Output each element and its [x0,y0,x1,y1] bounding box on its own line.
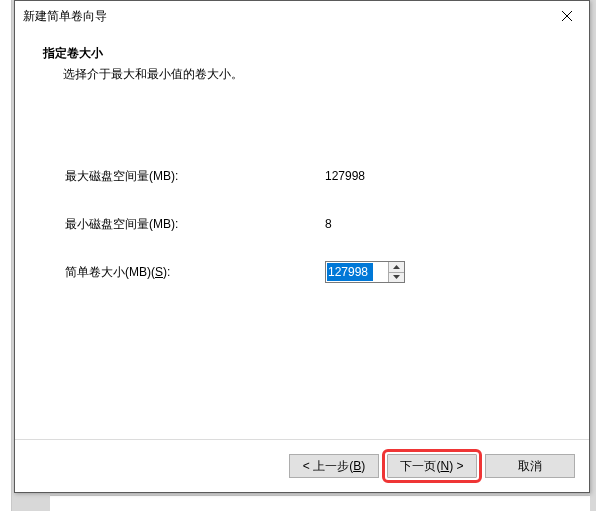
hotkey-n: N [440,459,449,473]
min-space-label: 最小磁盘空间量(MB): [65,216,325,233]
close-icon [562,11,572,21]
spinner-buttons [388,262,404,282]
min-space-value: 8 [325,217,539,231]
wizard-footer: < 上一步(B) 下一页(N) > 取消 [15,440,589,492]
wizard-heading: 指定卷大小 [43,45,561,62]
next-button[interactable]: 下一页(N) > [387,454,477,478]
max-space-value: 127998 [325,169,539,183]
spinner-down-button[interactable] [389,273,404,283]
hotkey-b: B [353,459,361,473]
max-space-row: 最大磁盘空间量(MB): 127998 [65,163,539,189]
volume-size-label: 简单卷大小(MB)(S): [65,264,325,281]
back-button[interactable]: < 上一步(B) [289,454,379,478]
volume-size-input[interactable]: 127998 [327,263,373,281]
svg-marker-2 [393,265,400,269]
wizard-dialog: 新建简单卷向导 指定卷大小 选择介于最大和最小值的卷大小。 最大磁盘空间量(MB… [14,0,590,493]
cancel-button[interactable]: 取消 [485,454,575,478]
volume-size-spinner[interactable]: 127998 [325,261,405,283]
svg-marker-3 [393,275,400,279]
chevron-down-icon [393,275,400,279]
max-space-label: 最大磁盘空间量(MB): [65,168,325,185]
wizard-content: 最大磁盘空间量(MB): 127998 最小磁盘空间量(MB): 8 简单卷大小… [15,103,589,439]
close-button[interactable] [545,1,589,31]
volume-size-row: 简单卷大小(MB)(S): 127998 [65,259,539,285]
min-space-row: 最小磁盘空间量(MB): 8 [65,211,539,237]
chevron-up-icon [393,265,400,269]
wizard-subtext: 选择介于最大和最小值的卷大小。 [43,66,561,83]
hotkey-s: S [155,265,163,279]
spinner-up-button[interactable] [389,262,404,273]
titlebar: 新建简单卷向导 [15,1,589,31]
wizard-header: 指定卷大小 选择介于最大和最小值的卷大小。 [15,31,589,103]
dialog-title: 新建简单卷向导 [23,8,107,25]
